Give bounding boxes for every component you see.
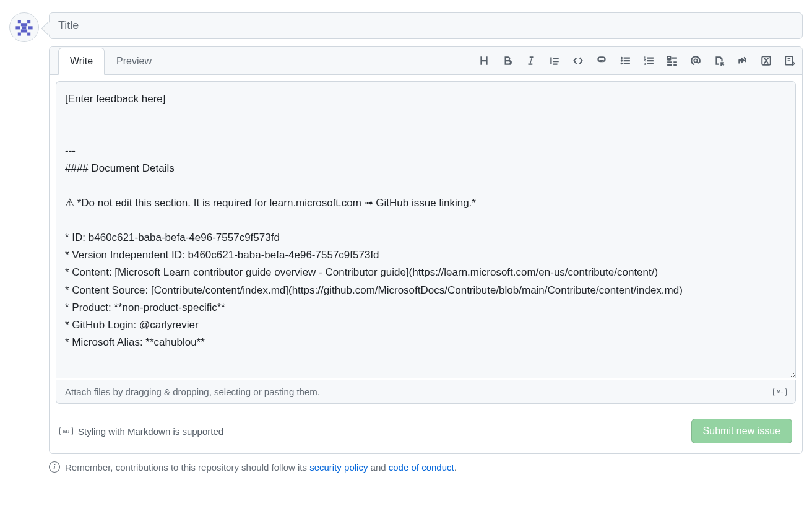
task-list-icon[interactable] bbox=[666, 55, 678, 67]
bold-icon[interactable] bbox=[501, 55, 514, 67]
attach-hint-text: Attach files by dragging & dropping, sel… bbox=[65, 386, 320, 397]
mention-icon[interactable] bbox=[689, 55, 702, 67]
comment-textarea[interactable] bbox=[56, 81, 796, 378]
avatar-pixel-icon bbox=[14, 17, 35, 38]
comment-box: Write Preview bbox=[49, 46, 803, 454]
svg-rect-1 bbox=[27, 20, 30, 23]
svg-rect-6 bbox=[21, 29, 27, 32]
security-policy-link[interactable]: security policy bbox=[309, 462, 368, 473]
notice-middle: and bbox=[368, 462, 388, 473]
styling-hint[interactable]: M↓ Styling with Markdown is supported bbox=[59, 426, 223, 437]
heading-icon[interactable] bbox=[478, 55, 490, 67]
info-icon: i bbox=[49, 461, 60, 473]
markdown-toolbar bbox=[478, 55, 796, 67]
title-input[interactable] bbox=[49, 12, 803, 39]
code-of-conduct-link[interactable]: code of conduct bbox=[389, 462, 454, 473]
footer-row: M↓ Styling with Markdown is supported Su… bbox=[50, 410, 802, 453]
svg-rect-5 bbox=[28, 26, 33, 29]
tab-preview[interactable]: Preview bbox=[105, 48, 163, 75]
ordered-list-icon[interactable] bbox=[642, 55, 655, 67]
tab-write[interactable]: Write bbox=[58, 48, 105, 75]
notice-text: Remember, contributions to this reposito… bbox=[65, 462, 457, 473]
tabs: Write Preview bbox=[50, 47, 163, 74]
contribution-notice: i Remember, contributions to this reposi… bbox=[49, 461, 803, 473]
attach-row[interactable]: Attach files by dragging & dropping, sel… bbox=[56, 380, 796, 404]
cross-reference-icon[interactable] bbox=[713, 55, 725, 67]
svg-point-11 bbox=[621, 63, 623, 64]
svg-rect-4 bbox=[22, 26, 27, 29]
main-column: Write Preview bbox=[49, 12, 803, 473]
avatar-column bbox=[9, 12, 39, 473]
editor-area bbox=[50, 75, 802, 386]
svg-rect-2 bbox=[21, 23, 27, 26]
svg-rect-7 bbox=[18, 33, 21, 36]
link-icon[interactable] bbox=[595, 55, 608, 67]
avatar[interactable] bbox=[9, 12, 39, 42]
svg-point-10 bbox=[621, 59, 623, 61]
notice-suffix: . bbox=[454, 462, 457, 473]
styling-hint-text: Styling with Markdown is supported bbox=[78, 426, 223, 437]
issue-form: Write Preview bbox=[9, 12, 803, 473]
tab-row: Write Preview bbox=[50, 47, 802, 75]
markdown-badge-icon: M↓ bbox=[59, 427, 73, 435]
markdown-badge-icon[interactable]: M↓ bbox=[773, 388, 787, 396]
reply-icon[interactable] bbox=[736, 55, 749, 67]
code-icon[interactable] bbox=[572, 55, 584, 67]
svg-rect-0 bbox=[18, 20, 21, 23]
svg-rect-3 bbox=[15, 26, 20, 29]
saved-replies-icon[interactable] bbox=[784, 55, 796, 67]
unordered-list-icon[interactable] bbox=[619, 55, 631, 67]
submit-new-issue-button[interactable]: Submit new issue bbox=[691, 419, 792, 443]
quote-icon[interactable] bbox=[548, 55, 561, 67]
checkbox-icon[interactable] bbox=[760, 55, 772, 67]
svg-point-9 bbox=[621, 57, 623, 59]
svg-rect-8 bbox=[27, 33, 30, 36]
notice-prefix: Remember, contributions to this reposito… bbox=[65, 462, 309, 473]
italic-icon[interactable] bbox=[525, 55, 537, 67]
